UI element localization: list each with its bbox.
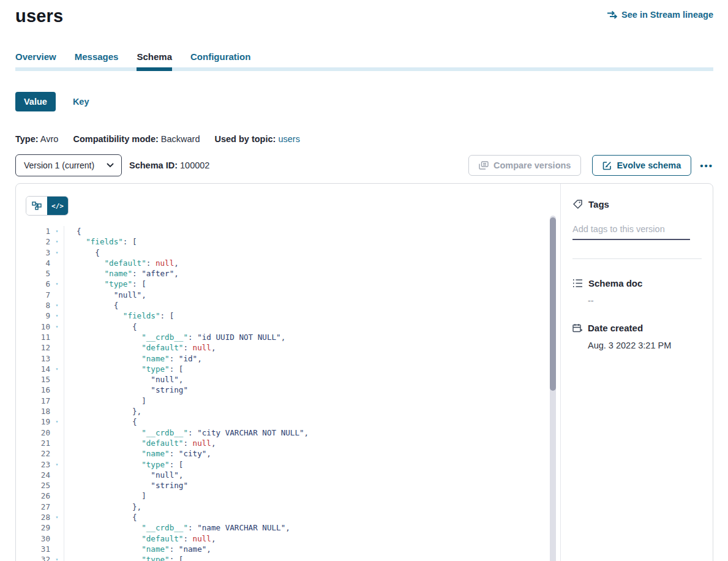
code-line: 26 ] (26, 491, 560, 501)
code-text: { (64, 416, 137, 427)
schema-code-editor[interactable]: 1▾{2▾ "fields": [3▾ {4 "default": null,5… (26, 226, 560, 561)
code-text: { (64, 322, 137, 332)
key-toggle-button[interactable]: Key (70, 92, 92, 111)
fold-spacer (50, 491, 64, 501)
fold-toggle-icon[interactable]: ▾ (50, 364, 64, 374)
tags-section: Tags (572, 199, 702, 259)
fold-spacer (50, 533, 64, 544)
tree-view-button[interactable] (26, 197, 47, 215)
evolve-schema-button[interactable]: Evolve schema (592, 155, 691, 176)
fold-spacer (50, 406, 64, 416)
tag-icon (572, 199, 583, 209)
code-text: "__crdb__": "id UUID NOT NULL", (64, 332, 285, 342)
code-text: "name": "after", (64, 268, 179, 279)
see-in-stream-lineage-link[interactable]: See in Stream lineage (607, 10, 713, 20)
stream-lineage-icon (607, 10, 617, 19)
code-text: "type": [ (64, 279, 146, 289)
line-number: 6 (26, 279, 50, 289)
code-line: 10▾ { (26, 322, 560, 332)
line-number: 3 (26, 247, 50, 258)
fold-toggle-icon[interactable]: ▾ (50, 311, 64, 321)
code-text: "fields": [ (64, 236, 137, 247)
compat-label: Compatibility mode: (73, 134, 158, 144)
code-line: 14▾ "type": [ (26, 364, 560, 374)
fold-spacer (50, 353, 64, 364)
fold-spacer (50, 396, 64, 406)
evolve-schema-label: Evolve schema (617, 160, 681, 170)
fold-toggle-icon[interactable]: ▾ (50, 322, 64, 332)
schema-id: Schema ID: 100002 (129, 160, 209, 170)
more-actions-menu[interactable]: ••• (700, 160, 713, 171)
code-text: "type": [ (64, 364, 183, 374)
code-line: 29 "__crdb__": "name VARCHAR NULL", (26, 522, 560, 533)
tab-schema[interactable]: Schema (137, 51, 172, 67)
code-text: { (64, 300, 118, 311)
fold-toggle-icon[interactable]: ▾ (50, 247, 64, 258)
line-number: 1 (26, 226, 50, 236)
line-number: 18 (26, 406, 50, 416)
line-number: 23 (26, 459, 50, 470)
fold-toggle-icon[interactable]: ▾ (50, 226, 64, 236)
compare-versions-icon (479, 161, 489, 170)
code-text: "name": "city", (64, 448, 211, 459)
version-select-value: Version 1 (current) (24, 160, 94, 170)
code-line: 27 }, (26, 502, 560, 512)
tab-messages[interactable]: Messages (75, 51, 119, 67)
tab-overview[interactable]: Overview (15, 51, 56, 67)
add-tags-input[interactable] (572, 223, 690, 240)
scrollbar-thumb[interactable] (550, 217, 556, 391)
code-line: 25 "string" (26, 480, 560, 491)
code-text: "default": null, (64, 258, 179, 268)
list-icon (572, 279, 583, 288)
version-select[interactable]: Version 1 (current) (15, 154, 122, 176)
tab-configuration[interactable]: Configuration (190, 51, 250, 67)
used-by-topic: Used by topic: users (214, 134, 299, 144)
lineage-link-label: See in Stream lineage (621, 10, 713, 20)
line-number: 24 (26, 470, 50, 480)
schema-type: Type: Avro (15, 134, 58, 144)
compare-versions-button[interactable]: Compare versions (468, 155, 582, 176)
code-line: 24 "null", (26, 470, 560, 480)
code-line: 11 "__crdb__": "id UUID NOT NULL", (26, 332, 560, 342)
code-line: 16 "string" (26, 385, 560, 395)
fold-toggle-icon[interactable]: ▾ (50, 279, 64, 289)
vertical-scrollbar[interactable] (550, 216, 556, 561)
line-number: 30 (26, 533, 50, 544)
code-view-button[interactable]: </> (47, 197, 68, 215)
code-line: 17 ] (26, 396, 560, 406)
code-text: "fields": [ (64, 311, 174, 321)
line-number: 25 (26, 480, 50, 491)
fold-spacer (50, 470, 64, 480)
schema-meta-row: Type: Avro Compatibility mode: Backward … (15, 134, 713, 144)
code-text: "null", (64, 374, 183, 385)
fold-toggle-icon[interactable]: ▾ (50, 459, 64, 470)
topic-link[interactable]: users (278, 134, 299, 144)
fold-toggle-icon[interactable]: ▾ (50, 554, 64, 561)
fold-toggle-icon[interactable]: ▾ (50, 236, 64, 247)
code-line: 9▾ "fields": [ (26, 311, 560, 321)
calendar-plus-icon (572, 323, 582, 333)
tags-title: Tags (588, 199, 609, 209)
line-number: 15 (26, 374, 50, 385)
line-number: 27 (26, 502, 50, 512)
sidebar-divider (572, 258, 702, 259)
fold-spacer (50, 332, 64, 342)
schema-page: users See in Stream lineage Overview Mes… (0, 0, 728, 561)
code-line: 23▾ "type": [ (26, 459, 560, 470)
line-number: 19 (26, 416, 50, 427)
fold-toggle-icon[interactable]: ▾ (50, 416, 64, 427)
line-number: 9 (26, 311, 50, 321)
view-mode-toggle: </> (26, 196, 69, 216)
fold-spacer (50, 544, 64, 554)
line-number: 17 (26, 396, 50, 406)
fold-spacer (50, 374, 64, 385)
chevron-down-icon (107, 163, 114, 168)
code-text: }, (64, 406, 141, 416)
line-number: 16 (26, 385, 50, 395)
fold-toggle-icon[interactable]: ▾ (50, 300, 64, 311)
line-number: 31 (26, 544, 50, 554)
value-toggle-button[interactable]: Value (15, 92, 56, 111)
code-line: 8▾ { (26, 300, 560, 311)
fold-toggle-icon[interactable]: ▾ (50, 512, 64, 522)
code-line: 4 "default": null, (26, 258, 560, 268)
